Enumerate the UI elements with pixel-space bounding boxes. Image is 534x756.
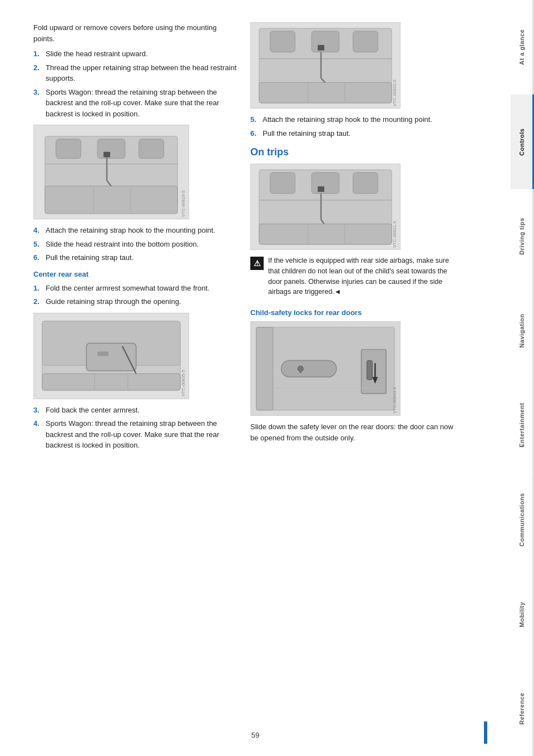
svg-rect-52: [281, 360, 337, 377]
svg-rect-48: [362, 349, 387, 393]
svg-rect-20: [97, 352, 108, 356]
step-c4: 4. Sports Wagon: thread the retaining st…: [33, 418, 239, 451]
image-right-top: VTC-00820-5: [250, 22, 400, 109]
step-2: 2. Thread the upper retaining strap betw…: [33, 62, 239, 84]
step-3: 3. Sports Wagon: thread the retaining st…: [33, 87, 239, 120]
center-rear-heading: Center rear seat: [33, 270, 239, 278]
svg-rect-6: [103, 151, 110, 157]
sidebar-tab-mobility[interactable]: Mobility: [511, 567, 534, 662]
steps-center2-list: 3. Fold back the center armrest. 4. Spor…: [33, 405, 239, 451]
step-c4-num: 4.: [33, 418, 42, 451]
image-center-armrest: VTC-00835-5: [33, 313, 189, 399]
img-watermark-3: VTC-00820-5: [392, 80, 397, 106]
right-step-5: 5. Attach the retaining strap hook to th…: [250, 114, 456, 125]
sidebar-tab-navigation[interactable]: Navigation: [511, 283, 534, 378]
sidebar-tab-at-a-glance[interactable]: At a glance: [511, 0, 534, 95]
step-1-num: 1.: [33, 48, 42, 60]
seat-svg-3: [251, 23, 400, 109]
svg-rect-49: [367, 360, 372, 380]
intro-text: Fold upward or remove covers before usin…: [33, 22, 239, 44]
step-6-num: 6.: [33, 252, 42, 263]
svg-rect-26: [318, 45, 324, 50]
step-c2-num: 2.: [33, 296, 42, 307]
warning-icon-symbol: ⚠: [254, 259, 261, 268]
right-column: VTC-00820-5 5. Attach the retaining stra…: [250, 22, 456, 734]
step-c1: 1. Fold the center armrest somewhat towa…: [33, 283, 239, 294]
svg-rect-38: [318, 186, 324, 192]
steps-list-mid: 4. Attach the retaining strap hook to th…: [33, 225, 239, 263]
step-5-text: Slide the head restraint into the bottom…: [46, 239, 199, 250]
svg-rect-42: [259, 224, 392, 244]
svg-rect-4: [139, 139, 164, 158]
step-c3-text: Fold back the center armrest.: [46, 405, 140, 416]
child-safety-text: Slide down the safety lever on the rear …: [250, 421, 456, 443]
right-step-5-num: 5.: [250, 114, 259, 125]
sidebar: At a glance Controls Driving tips Naviga…: [511, 0, 534, 756]
step-c3: 3. Fold back the center armrest.: [33, 405, 239, 416]
step-c1-num: 1.: [33, 283, 42, 294]
step-1-text: Slide the head restraint upward.: [46, 48, 148, 60]
step-c2-text: Guide retaining strap through the openin…: [46, 296, 181, 307]
step-3-text: Sports Wagon: thread the retaining strap…: [46, 87, 239, 120]
svg-rect-23: [270, 31, 295, 52]
warning-box: ⚠ If the vehicle is equipped with rear s…: [250, 256, 456, 302]
child-safety-heading: Child-safety locks for rear doors: [250, 308, 456, 317]
svg-rect-9: [45, 186, 177, 214]
sidebar-tab-communications[interactable]: Communications: [511, 473, 534, 567]
seat-svg-1: [34, 125, 189, 219]
svg-rect-2: [56, 139, 81, 158]
left-column: Fold upward or remove covers before usin…: [33, 22, 239, 734]
step-5: 5. Slide the head restraint into the bot…: [33, 239, 239, 250]
step-4-num: 4.: [33, 225, 42, 236]
sidebar-tab-reference[interactable]: Reference: [511, 661, 534, 756]
step-3-num: 3.: [33, 87, 42, 120]
right-step-5-text: Attach the retaining strap hook to the m…: [263, 114, 432, 125]
step-4: 4. Attach the retaining strap hook to th…: [33, 225, 239, 236]
main-content: Fold upward or remove covers before usin…: [0, 0, 511, 756]
step-c4-text: Sports Wagon: thread the retaining strap…: [46, 418, 239, 451]
step-4-text: Attach the retaining strap hook to the m…: [46, 225, 215, 236]
svg-rect-30: [259, 82, 392, 103]
step-6: 6. Pull the retaining strap taut.: [33, 252, 239, 263]
step-2-num: 2.: [33, 62, 42, 84]
step-c3-num: 3.: [33, 405, 42, 416]
svg-rect-36: [312, 172, 339, 193]
steps-center-list: 1. Fold the center armrest somewhat towa…: [33, 283, 239, 307]
image-on-trips: VTC-00821-5: [250, 164, 400, 250]
page-marker: [484, 721, 487, 744]
svg-rect-55: [299, 370, 301, 373]
svg-rect-47: [256, 327, 273, 410]
img-watermark-1: VTC-00819-5: [181, 190, 186, 217]
svg-rect-25: [353, 31, 378, 52]
on-trips-heading: On trips: [250, 146, 456, 158]
sidebar-tab-driving-tips[interactable]: Driving tips: [511, 189, 534, 284]
sidebar-tab-controls[interactable]: Controls: [511, 95, 534, 189]
svg-rect-3: [97, 139, 125, 158]
steps-list-top: 1. Slide the head restraint upward. 2. T…: [33, 48, 239, 119]
sidebar-tab-entertainment[interactable]: Entertainment: [511, 378, 534, 473]
step-5-num: 5.: [33, 239, 42, 250]
right-step-6-text: Pull the retaining strap taut.: [263, 128, 350, 139]
right-steps-top: 5. Attach the retaining strap hook to th…: [250, 114, 456, 139]
step-6-text: Pull the retaining strap taut.: [46, 252, 134, 263]
warning-text: If the vehicle is equipped with rear sid…: [268, 256, 456, 297]
svg-rect-37: [353, 172, 378, 193]
right-step-6-num: 6.: [250, 128, 259, 139]
svg-rect-15: [86, 343, 136, 371]
img-watermark-5: VTC-00843-5: [392, 387, 397, 414]
step-c1-text: Fold the center armrest somewhat toward …: [46, 283, 210, 294]
seat-svg-4: [251, 164, 400, 250]
svg-rect-17: [42, 374, 180, 390]
seat-svg-5: [251, 322, 400, 416]
page-number: 59: [251, 731, 259, 739]
svg-rect-24: [312, 31, 339, 52]
right-step-6: 6. Pull the retaining strap taut.: [250, 128, 456, 139]
image-seat-top: VTC-00819-5: [33, 125, 189, 219]
warning-icon: ⚠: [250, 257, 264, 270]
seat-svg-2: [34, 313, 189, 399]
svg-rect-35: [270, 172, 295, 193]
img-watermark-2: VTC-00835-5: [181, 370, 186, 396]
img-watermark-4: VTC-00821-5: [392, 221, 397, 248]
image-child-safety: VTC-00843-5: [250, 321, 400, 416]
step-2-text: Thread the upper retaining strap between…: [46, 62, 239, 84]
